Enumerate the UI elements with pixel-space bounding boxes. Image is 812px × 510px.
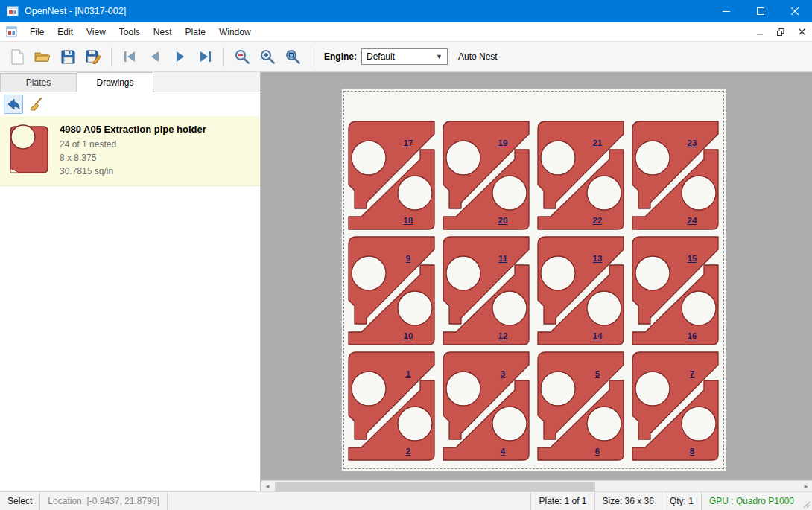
sidebar-panel: Plates Drawings [0,72,261,491]
mdi-restore-button[interactable] [770,24,791,40]
status-plate-count: Plate: 1 of 1 [530,492,594,510]
save-button[interactable] [56,45,80,68]
first-plate-button[interactable] [118,45,142,68]
menu-file[interactable]: File [23,23,51,41]
auto-nest-button[interactable]: Auto Nest [458,51,498,62]
part-number-label: 6 [586,447,609,456]
app-icon [7,5,19,17]
main-area: Plates Drawings [0,72,812,491]
part-pair-drawing [439,350,533,462]
next-arrow-icon [174,51,186,62]
toolbar-separator [111,47,112,66]
mdi-close-icon [799,28,805,35]
zoom-out-icon [235,49,250,65]
tab-plates[interactable]: Plates [0,73,77,92]
part-number-label: 12 [492,331,514,340]
engine-selected-value: Default [367,51,395,62]
tab-drawings[interactable]: Drawings [77,72,153,92]
part-pair-drawing [628,350,723,462]
nest-cell[interactable]: 5 6 [533,350,628,462]
zoom-fit-button[interactable] [281,45,305,68]
import-drawing-button[interactable] [4,95,23,114]
engine-select[interactable]: Default ▼ [361,48,448,65]
mdi-restore-icon [777,28,784,36]
open-button[interactable] [31,45,54,68]
nest-cell[interactable]: 1 2 [344,350,439,462]
last-plate-button[interactable] [194,45,218,68]
status-gpu: GPU : Quadro P1000 [701,492,802,510]
part-pair-drawing [439,119,533,232]
maximize-button[interactable] [743,0,778,22]
nest-canvas[interactable]: 17 18 19 20 21 22 23 [261,72,812,491]
zoom-out-button[interactable] [230,45,254,68]
new-button[interactable] [5,45,29,68]
save-floppy-icon [61,50,75,64]
part-pair-drawing [533,119,628,232]
menu-tools[interactable]: Tools [112,23,147,41]
scroll-left-arrow[interactable]: ◄ [261,481,273,491]
nest-cell[interactable]: 23 24 [628,119,723,232]
save-as-button[interactable] [81,45,105,68]
drawing-title: 4980 A05 Extraction pipe holder [60,124,206,135]
nest-cell[interactable]: 19 20 [439,119,533,232]
mdi-minimize-icon [757,28,764,35]
part-number-label: 24 [681,216,703,225]
menu-plate[interactable]: Plate [179,23,212,41]
part-pair-drawing [344,350,439,462]
part-pair-drawing [439,235,533,347]
close-button[interactable] [778,0,812,22]
part-number-label: 4 [492,447,514,456]
menu-bar: File Edit View Tools Nest Plate Window [0,22,812,42]
main-toolbar: Engine: Default ▼ Auto Nest [0,42,812,72]
drawing-list-item[interactable]: 4980 A05 Extraction pipe holder 24 of 1 … [0,116,260,186]
scroll-right-arrow[interactable]: ► [800,481,812,491]
menu-window[interactable]: Window [212,23,258,41]
scrollbar-thumb[interactable] [275,482,595,491]
part-number-label: 17 [397,138,419,147]
horizontal-scrollbar[interactable]: ◄ ► [261,480,812,491]
part-number-label: 10 [397,331,419,340]
maximize-icon [757,7,764,15]
menu-nest[interactable]: Nest [147,23,179,41]
part-number-label: 19 [492,138,514,147]
part-number-label: 23 [681,138,703,147]
part-number-label: 21 [586,138,609,147]
clean-broom-button[interactable] [27,95,46,114]
mdi-close-button[interactable] [791,24,812,40]
drawing-nested-count: 24 of 1 nested [60,138,206,151]
nest-cell[interactable]: 9 10 [344,235,439,347]
nest-cell[interactable]: 13 14 [533,235,628,347]
part-number-label: 15 [681,254,703,263]
title-bar: OpenNest - [N0317-002] [0,0,812,22]
open-folder-icon [34,51,51,63]
menu-edit[interactable]: Edit [51,23,80,41]
statusbar-spacer [168,492,531,510]
nest-cell[interactable]: 7 8 [628,350,723,462]
part-number-label: 18 [397,216,419,225]
part-pair-drawing [344,119,439,232]
previous-plate-button[interactable] [143,45,167,68]
part-pair-drawing [533,350,628,462]
nest-cell[interactable]: 15 16 [628,235,723,347]
part-number-label: 11 [492,254,514,263]
minimize-button[interactable] [709,0,743,22]
next-plate-button[interactable] [168,45,192,68]
nest-cell[interactable]: 11 12 [439,235,533,347]
part-number-label: 14 [586,331,609,340]
zoom-fit-icon [285,49,301,65]
resize-grip[interactable] [802,492,812,510]
save-as-icon [86,50,101,64]
part-pair-drawing [628,235,723,347]
part-thumbnail [6,122,52,177]
nest-cell[interactable]: 21 22 [533,119,628,232]
mdi-minimize-button[interactable] [749,24,770,40]
chevron-down-icon: ▼ [436,53,443,60]
nest-cell[interactable]: 3 4 [439,350,533,462]
zoom-in-button[interactable] [256,45,279,68]
document-icon [6,26,17,37]
part-pair-drawing [628,119,723,232]
menu-view[interactable]: View [80,23,112,41]
status-plate-size: Size: 36 x 36 [594,492,662,510]
nest-cell[interactable]: 17 18 [344,119,439,232]
part-number-label: 2 [397,447,419,456]
